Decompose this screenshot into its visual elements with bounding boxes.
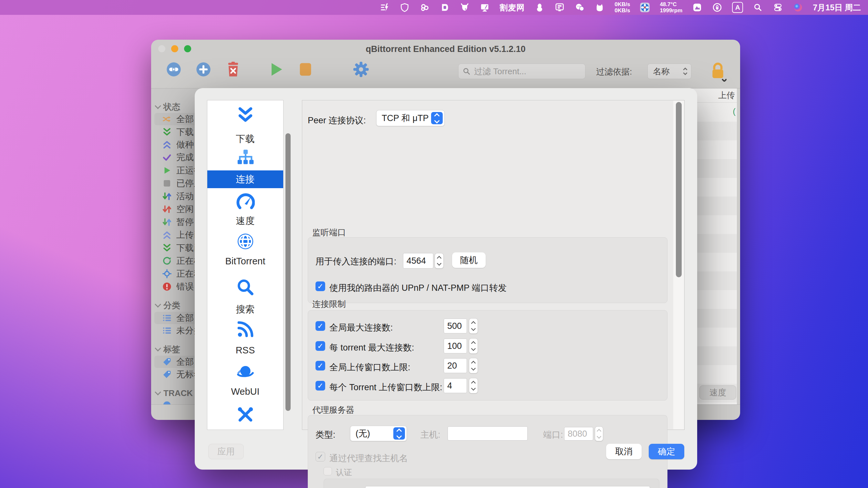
proxy-hostname-lookup-checkbox[interactable]: ✓ [315,452,325,461]
nav-connection-icon[interactable] [207,148,283,167]
peer-protocol-dropdown[interactable]: TCP 和 μTP [376,110,445,126]
spotlight-search-icon[interactable] [753,2,763,12]
menu-clock[interactable]: 7月15日 周二 [813,2,861,13]
cancel-button[interactable]: 取消 [606,444,642,459]
speed-graph-button[interactable]: 速度 [700,385,736,399]
cat-app-icon[interactable] [594,2,605,12]
temperature-indicator[interactable]: 48.7°C 1999rpm [660,1,682,13]
updown-arrows-red-icon [162,204,172,214]
upload-speed-cell: ( [733,106,736,117]
delete-torrent-button[interactable] [225,61,242,78]
nav-item-speed[interactable]: 速度 [207,215,283,228]
filter-placeholder: 过滤 Torrent... [474,66,526,77]
docs-app-icon[interactable] [439,2,450,12]
port-stepper[interactable] [435,253,444,268]
shield-icon[interactable] [399,2,410,12]
stepper[interactable] [469,338,478,354]
proxy-app-icon[interactable] [379,2,390,12]
stepper[interactable] [469,318,478,334]
proxy-port-field[interactable]: 8080 [564,427,593,441]
double-down-green-icon [162,243,172,253]
per-torrent-max-connections-checkbox[interactable]: ✓ [315,341,325,351]
bull-app-icon[interactable] [460,2,470,12]
sidebar-tracker-header[interactable]: TRACK [156,388,193,399]
stop-torrent-button[interactable] [297,61,314,78]
site-menu-item[interactable]: 割麦网 [500,2,525,13]
add-torrent-file-button[interactable] [195,61,212,78]
network-speed-indicator[interactable]: 0KB/s 0KB/s [615,1,630,13]
nav-search-icon[interactable] [207,278,283,297]
per-torrent-upload-slots-field[interactable]: 4 [444,378,467,393]
nav-rss-icon[interactable] [207,320,283,338]
global-upload-slots-checkbox[interactable]: ✓ [315,361,325,370]
desktop: 割麦网 0KB/s 0KB/s 48.7°C 1999rpm A [0,0,868,488]
nav-advanced-icon[interactable] [207,405,283,424]
net-down-speed: 0KB/s [615,7,630,13]
display-app-icon[interactable] [479,2,490,12]
nav-item-bittorrent[interactable]: BitTorrent [207,256,283,267]
nav-item-connection[interactable]: 连接 [207,170,283,188]
nav-item-downloads[interactable]: 下载 [207,133,283,145]
lock-icon[interactable] [709,62,726,79]
net-up-speed: 0KB/s [615,1,630,7]
monitor-card-icon[interactable] [554,2,565,12]
proxy-username-field[interactable] [365,486,650,488]
double-up-light-icon [162,230,172,240]
incoming-port-field[interactable]: 4564 [403,253,433,268]
filter-by-label: 过滤依据: [596,66,632,77]
per-torrent-upload-slots-checkbox[interactable]: ✓ [315,381,325,391]
sidebar-tag-header[interactable]: 标签 [156,344,180,355]
proxy-host-field[interactable] [447,426,528,441]
nav-item-rss[interactable]: RSS [207,345,283,356]
sidebar-category-header[interactable]: 分类 [156,300,180,311]
proxy-hostname-lookup-label: 通过代理查找主机名 [330,453,408,464]
sidebar-status-header[interactable]: 状态 [156,101,180,112]
siri-icon[interactable] [793,2,803,12]
stepper[interactable] [469,358,478,373]
nav-item-search[interactable]: 搜索 [207,303,283,316]
proxy-port-stepper[interactable] [595,426,603,441]
penguin-qq-icon[interactable] [534,2,545,12]
collapse-chevron-icon [155,389,161,395]
proxy-auth-checkbox[interactable] [323,467,332,476]
fan-icon[interactable] [640,2,650,12]
resume-torrent-button[interactable] [268,61,284,78]
torrent-filter-input[interactable]: 过滤 Torrent... [458,64,585,79]
upnp-checkbox[interactable]: ✓ [315,282,325,291]
filter-by-dropdown[interactable]: 名称 [647,64,691,79]
per-torrent-max-connections-label: 每 torrent 最大连接数: [330,342,414,353]
search-icon [462,67,471,75]
global-upload-slots-field[interactable]: 20 [444,358,467,373]
nav-downloads-icon[interactable] [207,105,283,124]
global-max-connections-checkbox[interactable]: ✓ [315,321,325,331]
ok-button[interactable]: 确定 [649,444,684,459]
random-port-button[interactable]: 随机 [452,252,486,268]
global-upload-slots-label: 全局上传窗口数上限: [330,361,410,373]
updown-arrows-icon [162,191,172,201]
global-max-connections-field[interactable]: 500 [444,319,467,333]
list-icon [162,313,172,323]
tag-icon [162,369,172,379]
proxy-type-dropdown[interactable]: (无) [350,426,407,441]
nav-item-webui[interactable]: WebUI [207,386,283,397]
add-torrent-link-button[interactable] [165,61,182,78]
fan-rpm: 1999rpm [660,7,682,13]
photos-icon[interactable] [692,2,702,12]
nav-scrollbar[interactable] [285,133,290,411]
cloud-disk-icon[interactable] [420,2,430,12]
wechat-icon[interactable] [575,2,585,12]
preferences-gear-icon[interactable] [352,61,369,78]
apply-button[interactable]: 应用 [208,444,244,459]
content-scrollbar[interactable] [676,102,682,277]
nav-speed-icon[interactable] [207,193,283,212]
control-center-icon[interactable] [773,2,783,12]
switch-circle-icon[interactable] [712,2,722,12]
nav-webui-icon[interactable] [207,362,283,381]
stepper[interactable] [469,378,478,393]
nav-bittorrent-icon[interactable] [207,232,283,251]
collapse-chevron-icon [155,103,161,109]
per-torrent-max-connections-field[interactable]: 100 [444,338,467,353]
listening-port-section-title: 监听端口 [312,227,346,238]
input-method-badge[interactable]: A [732,2,743,13]
refresh-icon [162,256,172,266]
